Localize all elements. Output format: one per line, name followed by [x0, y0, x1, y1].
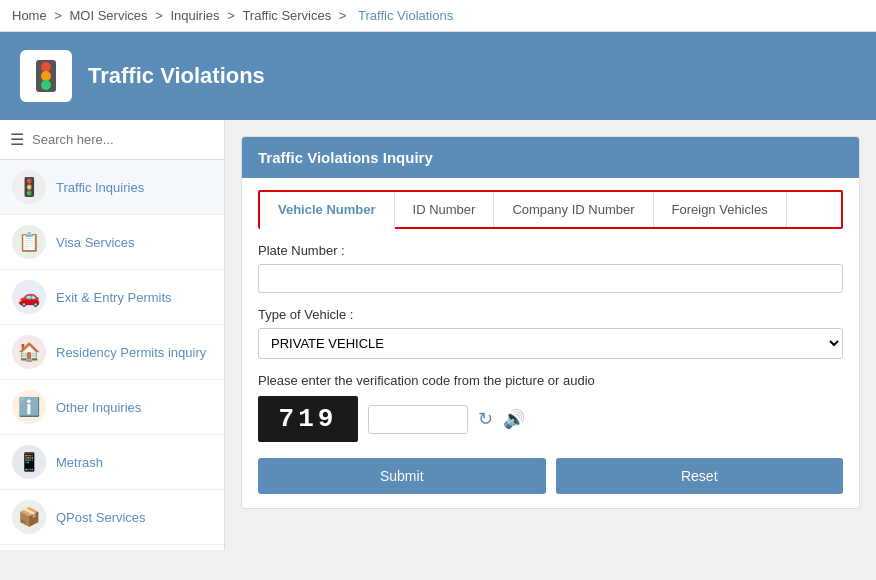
- tabs: Vehicle Number ID Number Company ID Numb…: [260, 192, 841, 227]
- sidebar-item-residency-label: Residency Permits inquiry: [56, 345, 206, 360]
- qpost-icon: 📦: [12, 500, 46, 534]
- breadcrumb-active: Traffic Violations: [358, 8, 453, 23]
- sidebar: ☰ 🚦 Traffic Inquiries 📋 Visa Services 🚗 …: [0, 120, 225, 550]
- tab-foreign[interactable]: Foreign Vehicles: [654, 192, 787, 227]
- sidebar-item-metrash-label: Metrash: [56, 455, 103, 470]
- card-body: Vehicle Number ID Number Company ID Numb…: [242, 190, 859, 508]
- captcha-image: 719: [258, 396, 358, 442]
- plate-number-input[interactable]: [258, 264, 843, 293]
- residency-icon: 🏠: [12, 335, 46, 369]
- sidebar-item-residency[interactable]: 🏠 Residency Permits inquiry: [0, 325, 224, 380]
- tab-vehicle[interactable]: Vehicle Number: [260, 192, 395, 229]
- svg-point-3: [41, 80, 51, 90]
- button-row: Submit Reset: [258, 458, 843, 494]
- captcha-input[interactable]: [368, 405, 468, 434]
- sidebar-item-qpost-label: QPost Services: [56, 510, 146, 525]
- traffic-icon: 🚦: [12, 170, 46, 204]
- submit-button[interactable]: Submit: [258, 458, 546, 494]
- hamburger-icon[interactable]: ☰: [10, 130, 24, 149]
- captcha-row: 719 ↻ 🔊: [258, 396, 843, 442]
- sidebar-item-exit[interactable]: 🚗 Exit & Entry Permits: [0, 270, 224, 325]
- form-body: Plate Number : Type of Vehicle : PRIVATE…: [242, 229, 859, 508]
- sidebar-item-visa-label: Visa Services: [56, 235, 135, 250]
- card-header: Traffic Violations Inquiry: [242, 137, 859, 178]
- breadcrumb-traffic-services[interactable]: Traffic Services: [242, 8, 331, 23]
- other-icon: ℹ️: [12, 390, 46, 424]
- header-banner: Traffic Violations: [0, 32, 876, 120]
- sidebar-item-visa[interactable]: 📋 Visa Services: [0, 215, 224, 270]
- svg-point-2: [41, 71, 51, 81]
- sidebar-item-metrash[interactable]: 📱 Metrash: [0, 435, 224, 490]
- sidebar-search-container: ☰: [0, 120, 224, 160]
- sidebar-item-other[interactable]: ℹ️ Other Inquiries: [0, 380, 224, 435]
- audio-icon[interactable]: 🔊: [503, 408, 525, 430]
- sidebar-item-exit-label: Exit & Entry Permits: [56, 290, 172, 305]
- sidebar-item-traffic[interactable]: 🚦 Traffic Inquiries: [0, 160, 224, 215]
- visa-icon: 📋: [12, 225, 46, 259]
- vehicle-type-label: Type of Vehicle :: [258, 307, 843, 322]
- vehicle-type-select[interactable]: PRIVATE VEHICLE COMMERCIAL VEHICLE MOTOR…: [258, 328, 843, 359]
- main-card: Traffic Violations Inquiry Vehicle Numbe…: [241, 136, 860, 509]
- captcha-label: Please enter the verification code from …: [258, 373, 843, 388]
- traffic-light-icon: [20, 50, 72, 102]
- breadcrumb: Home > MOI Services > Inquiries > Traffi…: [0, 0, 876, 32]
- page-title: Traffic Violations: [88, 63, 265, 89]
- breadcrumb-home[interactable]: Home: [12, 8, 47, 23]
- refresh-icon[interactable]: ↻: [478, 408, 493, 430]
- metrash-icon: 📱: [12, 445, 46, 479]
- search-input[interactable]: [32, 132, 214, 147]
- reset-button[interactable]: Reset: [556, 458, 844, 494]
- card-title: Traffic Violations Inquiry: [258, 149, 433, 166]
- breadcrumb-moi[interactable]: MOI Services: [70, 8, 148, 23]
- tab-company[interactable]: Company ID Number: [494, 192, 653, 227]
- exit-icon: 🚗: [12, 280, 46, 314]
- main-layout: ☰ 🚦 Traffic Inquiries 📋 Visa Services 🚗 …: [0, 120, 876, 550]
- tab-id[interactable]: ID Number: [395, 192, 495, 227]
- tabs-wrapper: Vehicle Number ID Number Company ID Numb…: [258, 190, 843, 229]
- content-area: Traffic Violations Inquiry Vehicle Numbe…: [225, 120, 876, 550]
- sidebar-item-qpost[interactable]: 📦 QPost Services: [0, 490, 224, 545]
- plate-number-label: Plate Number :: [258, 243, 843, 258]
- sidebar-item-other-label: Other Inquiries: [56, 400, 141, 415]
- breadcrumb-inquiries[interactable]: Inquiries: [170, 8, 219, 23]
- sidebar-item-traffic-label: Traffic Inquiries: [56, 180, 144, 195]
- svg-point-1: [41, 62, 51, 72]
